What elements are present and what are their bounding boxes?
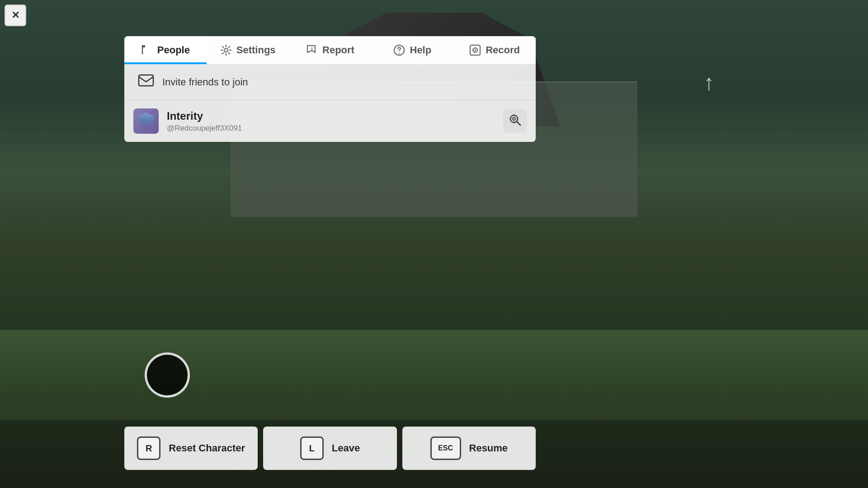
leave-key-badge: L [300,436,324,460]
resume-key-label: ESC [438,444,453,452]
tab-report[interactable]: Report [289,36,372,64]
tab-people-label: People [157,44,190,56]
player-name: Interity [167,110,495,122]
resume-button[interactable]: ESC Resume [402,427,536,470]
tab-help[interactable]: Help [371,36,453,64]
content-area: Invite friends to join Interity @Redcoup… [124,64,536,142]
tab-help-label: Help [410,44,431,56]
close-icon: ✕ [11,9,19,21]
svg-point-1 [224,48,228,52]
envelope-icon [138,74,154,90]
bottom-buttons: R Reset Character L Leave ESC Resume [124,427,536,470]
invite-label: Invite friends to join [162,76,248,88]
tab-settings-label: Settings [236,44,276,56]
svg-line-10 [517,122,520,125]
svg-point-11 [513,117,515,120]
leave-key-label: L [309,443,315,454]
leave-button[interactable]: L Leave [263,427,396,470]
svg-rect-0 [142,45,145,47]
player-row[interactable]: Interity @Redcoupejeff3X091 [124,100,536,142]
close-button[interactable]: ✕ [5,5,26,26]
reset-character-label: Reset Character [169,442,245,454]
menu-panel: People Settings Report [124,36,536,142]
svg-point-7 [474,49,476,51]
help-icon [393,44,405,56]
leave-label: Leave [332,442,360,454]
tab-bar: People Settings Report [124,36,536,64]
player-inspect-button[interactable] [503,109,527,133]
inspect-icon [508,113,522,130]
tab-people[interactable]: People [124,36,207,64]
player-avatar [133,108,159,134]
tab-settings[interactable]: Settings [207,36,289,64]
resume-label: Resume [469,442,508,454]
resume-key-badge: ESC [430,436,461,460]
tab-record[interactable]: Record [453,36,536,64]
tab-report-label: Report [322,44,354,56]
reset-key-label: R [146,443,152,454]
shield-icon [138,113,154,130]
invite-friends-button[interactable]: Invite friends to join [124,64,536,100]
record-icon [469,44,481,56]
svg-rect-8 [139,75,153,86]
player-username: @Redcoupejeff3X091 [167,124,495,133]
movement-control [145,352,190,398]
svg-point-4 [399,53,400,54]
report-icon [306,44,318,56]
player-info: Interity @Redcoupejeff3X091 [167,110,495,133]
settings-icon [220,44,232,56]
people-icon [141,44,153,56]
reset-character-button[interactable]: R Reset Character [124,427,258,470]
reset-key-badge: R [137,436,160,460]
tab-record-label: Record [486,44,520,56]
bg-arrow: ↑ [703,70,714,95]
